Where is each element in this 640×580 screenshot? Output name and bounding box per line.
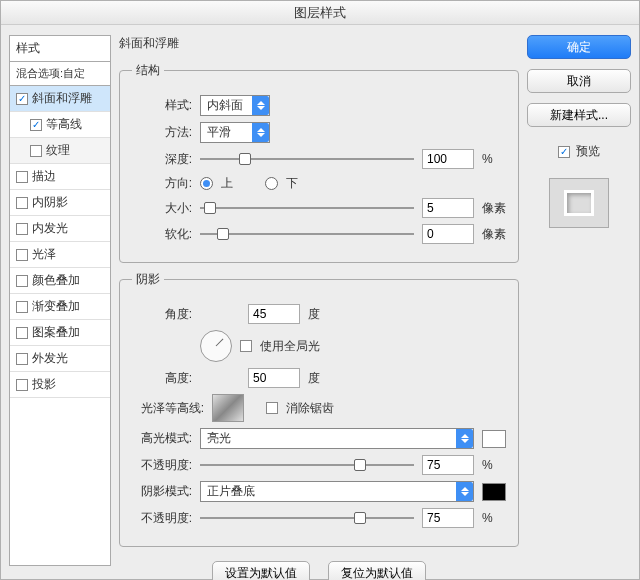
style-item-label: 内发光 (32, 220, 68, 237)
structure-legend: 结构 (132, 62, 164, 79)
depth-input[interactable] (422, 149, 474, 169)
soften-unit: 像素 (482, 226, 506, 243)
technique-select[interactable]: 平滑 (200, 122, 270, 143)
styles-sidebar: 样式 混合选项:自定 斜面和浮雕等高线纹理描边内阴影内发光光泽颜色叠加渐变叠加图… (9, 35, 111, 571)
global-light-checkbox[interactable] (240, 340, 252, 352)
preview-thumbnail (549, 178, 609, 228)
direction-label: 方向: (132, 175, 192, 192)
angle-wheel[interactable] (200, 330, 232, 362)
depth-label: 深度: (132, 151, 192, 168)
style-checkbox[interactable] (16, 93, 28, 105)
reset-default-button[interactable]: 复位为默认值 (328, 561, 426, 580)
title-bar: 图层样式 (1, 1, 639, 25)
shadow-opacity-input[interactable] (422, 508, 474, 528)
shading-legend: 阴影 (132, 271, 164, 288)
shadow-mode-label: 阴影模式: (132, 483, 192, 500)
soften-input[interactable] (422, 224, 474, 244)
altitude-unit: 度 (308, 370, 332, 387)
style-checkbox[interactable] (16, 301, 28, 313)
highlight-mode-select[interactable]: 亮光 (200, 428, 474, 449)
size-unit: 像素 (482, 200, 506, 217)
altitude-input[interactable] (248, 368, 300, 388)
style-checkbox[interactable] (16, 353, 28, 365)
style-label: 样式: (132, 97, 192, 114)
angle-input[interactable] (248, 304, 300, 324)
highlight-opacity-input[interactable] (422, 455, 474, 475)
style-checkbox[interactable] (16, 327, 28, 339)
style-item-0[interactable]: 斜面和浮雕 (10, 86, 110, 112)
ok-button[interactable]: 确定 (527, 35, 631, 59)
soften-label: 软化: (132, 226, 192, 243)
style-item-11[interactable]: 投影 (10, 372, 110, 398)
highlight-opacity-unit: % (482, 458, 506, 472)
antialias-label: 消除锯齿 (286, 400, 334, 417)
dialog-window: 图层样式 样式 混合选项:自定 斜面和浮雕等高线纹理描边内阴影内发光光泽颜色叠加… (0, 0, 640, 580)
direction-up-label: 上 (221, 175, 233, 192)
preview-label: 预览 (576, 143, 600, 160)
style-item-5[interactable]: 内发光 (10, 216, 110, 242)
angle-label: 角度: (132, 306, 192, 323)
chevron-updown-icon (252, 96, 269, 115)
style-item-2[interactable]: 纹理 (10, 138, 110, 164)
style-checkbox[interactable] (16, 197, 28, 209)
size-label: 大小: (132, 200, 192, 217)
style-checkbox[interactable] (30, 145, 42, 157)
altitude-label: 高度: (132, 370, 192, 387)
style-item-label: 内阴影 (32, 194, 68, 211)
gloss-contour-picker[interactable] (212, 394, 244, 422)
blend-options[interactable]: 混合选项:自定 (9, 62, 111, 86)
style-item-4[interactable]: 内阴影 (10, 190, 110, 216)
shadow-opacity-slider[interactable] (200, 510, 414, 526)
settings-panel: 斜面和浮雕 结构 样式: 内斜面 方法: 平滑 深度: % (119, 35, 519, 571)
size-slider[interactable] (200, 200, 414, 216)
highlight-color-swatch[interactable] (482, 430, 506, 448)
structure-group: 结构 样式: 内斜面 方法: 平滑 深度: % 方向: (119, 62, 519, 263)
direction-up-radio[interactable] (200, 177, 213, 190)
cancel-button[interactable]: 取消 (527, 69, 631, 93)
style-item-label: 等高线 (46, 116, 82, 133)
shading-group: 阴影 角度: 度 使用全局光 高度: 度 (119, 271, 519, 547)
global-light-label: 使用全局光 (260, 338, 320, 355)
preview-checkbox[interactable] (558, 146, 570, 158)
panel-title: 斜面和浮雕 (119, 35, 519, 52)
style-item-7[interactable]: 颜色叠加 (10, 268, 110, 294)
style-item-label: 渐变叠加 (32, 298, 80, 315)
soften-slider[interactable] (200, 226, 414, 242)
size-input[interactable] (422, 198, 474, 218)
style-item-8[interactable]: 渐变叠加 (10, 294, 110, 320)
shadow-color-swatch[interactable] (482, 483, 506, 501)
highlight-opacity-slider[interactable] (200, 457, 414, 473)
chevron-updown-icon (252, 123, 269, 142)
style-checkbox[interactable] (16, 223, 28, 235)
style-checkbox[interactable] (16, 275, 28, 287)
direction-down-radio[interactable] (265, 177, 278, 190)
style-item-label: 光泽 (32, 246, 56, 263)
style-select[interactable]: 内斜面 (200, 95, 270, 116)
right-buttons: 确定 取消 新建样式... 预览 (527, 35, 631, 571)
style-item-10[interactable]: 外发光 (10, 346, 110, 372)
make-default-button[interactable]: 设置为默认值 (212, 561, 310, 580)
style-item-1[interactable]: 等高线 (10, 112, 110, 138)
new-style-button[interactable]: 新建样式... (527, 103, 631, 127)
styles-header: 样式 (9, 35, 111, 62)
shadow-opacity-label: 不透明度: (132, 510, 192, 527)
styles-list: 斜面和浮雕等高线纹理描边内阴影内发光光泽颜色叠加渐变叠加图案叠加外发光投影 (9, 86, 111, 566)
gloss-contour-label: 光泽等高线: (132, 400, 204, 417)
chevron-updown-icon (456, 429, 473, 448)
antialias-checkbox[interactable] (266, 402, 278, 414)
style-item-label: 描边 (32, 168, 56, 185)
style-item-9[interactable]: 图案叠加 (10, 320, 110, 346)
style-checkbox[interactable] (16, 249, 28, 261)
style-item-3[interactable]: 描边 (10, 164, 110, 190)
chevron-updown-icon (456, 482, 473, 501)
style-item-6[interactable]: 光泽 (10, 242, 110, 268)
depth-slider[interactable] (200, 151, 414, 167)
style-item-label: 斜面和浮雕 (32, 90, 92, 107)
style-checkbox[interactable] (16, 171, 28, 183)
style-checkbox[interactable] (30, 119, 42, 131)
angle-unit: 度 (308, 306, 332, 323)
technique-label: 方法: (132, 124, 192, 141)
shadow-mode-select[interactable]: 正片叠底 (200, 481, 474, 502)
style-checkbox[interactable] (16, 379, 28, 391)
shadow-opacity-unit: % (482, 511, 506, 525)
